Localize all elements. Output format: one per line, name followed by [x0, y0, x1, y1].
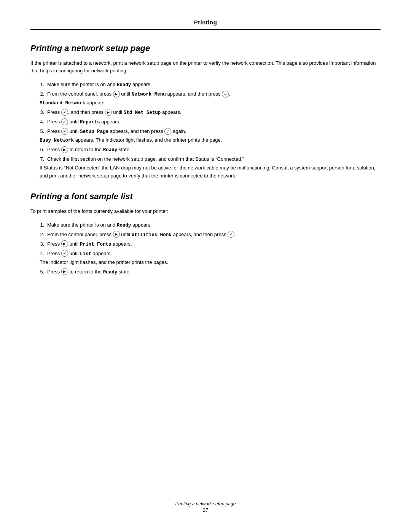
play-icon-2: ▶ — [105, 109, 112, 116]
section-network-setup: Printing a network setup page If the pri… — [30, 43, 381, 180]
std-net-setup-text: Std Net Setup — [124, 110, 161, 115]
utilities-menu-text: Utilities Menu — [132, 232, 172, 238]
step-1-5-sub: Busy Network appears. The indicator ligh… — [40, 136, 381, 144]
step-1-6: Press ▶ to return to the Ready state. — [46, 146, 381, 154]
section1-steps: Make sure the printer is on and Ready ap… — [46, 81, 381, 180]
check-icon-3: ✓ — [61, 118, 68, 125]
step-1-2-sub: Standard Network appears. — [40, 99, 381, 107]
network-menu-text: Network Menu — [132, 92, 166, 97]
step-1-7: Check the first section on the network s… — [46, 155, 381, 180]
step-1-3: Press ✓, and then press ▶ until Std Net … — [46, 109, 381, 117]
check-icon-7: ✓ — [61, 250, 68, 257]
step-1-4: Press ✓ until Reports appears. — [46, 118, 381, 126]
play-icon-6: ▶ — [61, 268, 68, 275]
step-2-5: Press ▶ to return to the Ready state. — [46, 268, 381, 276]
play-icon-3: ▶ — [61, 146, 68, 153]
busy-network-text: Busy Network — [40, 138, 74, 143]
ready-text-1: Ready — [103, 147, 118, 153]
step-2-4: Press ✓ until List appears. The indicato… — [46, 250, 381, 267]
step-2-3: Press ▶ until Print Fonts appears. — [46, 240, 381, 248]
section1-title: Printing a network setup page — [30, 43, 381, 53]
play-icon-5: ▶ — [61, 240, 68, 247]
section-font-sample: Printing a font sample list To print sam… — [30, 192, 381, 276]
footer-label: Printing a network setup page — [0, 501, 411, 506]
check-icon-4: ✓ — [61, 128, 68, 135]
step-1-5: Press ✓ until Setup Page appears, and th… — [46, 128, 381, 144]
page-footer: Printing a network setup page 27 — [0, 501, 411, 513]
check-icon-5: ✓ — [164, 128, 171, 135]
section2-steps: Make sure the printer is on and Ready ap… — [46, 221, 381, 276]
step-2-2: From the control panel, press ▶ until Ut… — [46, 231, 381, 239]
list-text: List — [80, 251, 91, 257]
print-fonts-text: Print Fonts — [80, 242, 112, 247]
standard-network-text: Standard Network — [40, 101, 85, 106]
step-1-2: From the control panel, press ▶ until Ne… — [46, 90, 381, 107]
step-1-7-sub: If Status is “Not Connected” the LAN dro… — [40, 164, 381, 180]
check-icon-1: ✓ — [222, 91, 229, 97]
step-2-4-sub: The indicator light flashes, and the pri… — [40, 259, 381, 267]
footer-page-number: 27 — [0, 507, 411, 513]
section2-title: Printing a font sample list — [30, 192, 381, 201]
step-1-1-ready: Ready — [117, 82, 131, 88]
check-icon-6: ✓ — [228, 231, 234, 238]
play-icon-4: ▶ — [113, 231, 120, 238]
step-2-1-ready: Ready — [117, 223, 131, 228]
ready-text-2: Ready — [103, 270, 118, 275]
page-header: Printing — [30, 19, 381, 30]
play-icon-1: ▶ — [113, 91, 120, 97]
page: Printing Printing a network setup page I… — [0, 0, 411, 532]
header-title: Printing — [194, 19, 217, 26]
setup-page-text: Setup Page — [80, 129, 108, 134]
section1-intro: If the printer is attached to a network,… — [30, 59, 381, 75]
section2-intro: To print samples of the fonts currently … — [30, 208, 381, 215]
reports-text: Reports — [80, 120, 100, 125]
check-icon-2: ✓ — [61, 109, 68, 116]
step-2-1: Make sure the printer is on and Ready ap… — [46, 221, 381, 229]
step-1-1: Make sure the printer is on and Ready ap… — [46, 81, 381, 89]
